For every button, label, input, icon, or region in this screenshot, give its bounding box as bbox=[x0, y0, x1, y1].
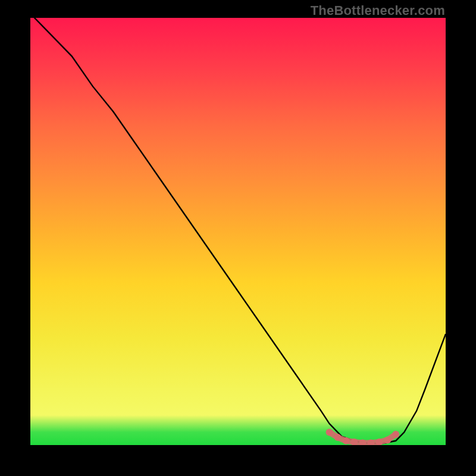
marker-dot bbox=[343, 437, 350, 444]
marker-dot bbox=[384, 436, 391, 443]
marker-dot bbox=[334, 434, 342, 441]
plot-area bbox=[30, 18, 446, 445]
chart-svg bbox=[30, 18, 446, 445]
watermark-text: TheBottleneckеr.com bbox=[311, 3, 445, 18]
curve-line bbox=[30, 18, 446, 443]
marker-dot bbox=[326, 429, 333, 436]
marker-dot bbox=[392, 431, 399, 438]
chart-frame: TheBottleneckеr.com bbox=[0, 0, 476, 476]
